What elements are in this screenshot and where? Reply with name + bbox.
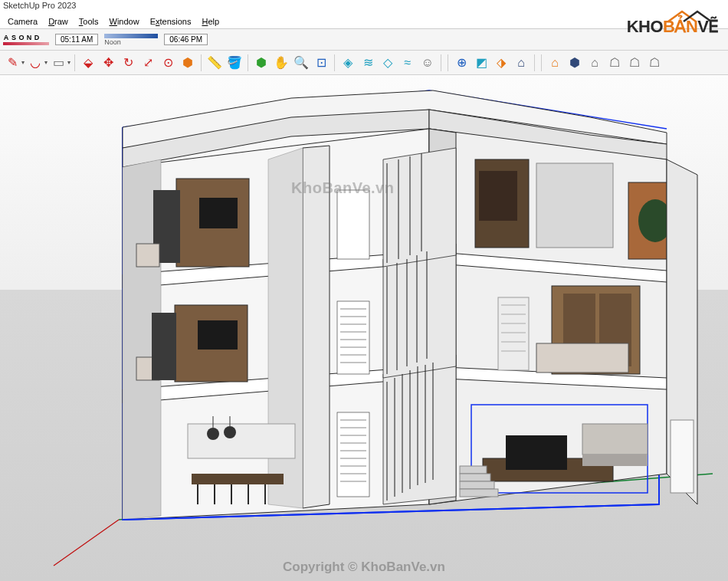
orbit-tool-icon[interactable]: ⬢ (252, 54, 271, 72)
nav-icon-4[interactable]: ⌂ (512, 54, 530, 72)
rect-tool-icon[interactable]: ▭ (49, 54, 67, 72)
svg-marker-11 (303, 146, 330, 508)
warehouse-icon-3[interactable]: ⌂ (585, 54, 604, 72)
svg-rect-18 (199, 198, 238, 228)
tag-icon-1[interactable]: ◈ (339, 54, 357, 72)
viewport-3d[interactable]: KhoBanVe.vn Copyright © KhoBanVe.vn (0, 75, 728, 581)
svg-line-0 (54, 520, 119, 566)
rotate-tool-icon[interactable]: ↻ (119, 54, 137, 72)
time-gradient[interactable]: Noon (104, 34, 158, 46)
menu-extensions[interactable]: Extensions (146, 15, 196, 28)
svg-rect-94 (460, 466, 487, 474)
svg-rect-93 (582, 455, 648, 466)
tag-icon-2[interactable]: ≋ (359, 54, 377, 72)
model-house (0, 75, 728, 581)
svg-rect-99 (671, 420, 694, 493)
menu-window[interactable]: Window (105, 15, 144, 28)
menu-camera[interactable]: Camera (3, 15, 42, 28)
nav-icon-2[interactable]: ◩ (472, 54, 490, 72)
title-bar: SketchUp Pro 2023 (0, 0, 728, 14)
svg-rect-95 (460, 474, 490, 481)
svg-rect-91 (506, 435, 567, 470)
svg-rect-97 (460, 489, 498, 497)
svg-marker-56 (383, 148, 456, 267)
person-icon[interactable]: ☺ (418, 54, 437, 72)
svg-rect-75 (479, 171, 517, 221)
svg-rect-81 (536, 343, 628, 373)
menu-draw[interactable]: Draw (44, 15, 73, 28)
svg-rect-36 (337, 190, 369, 259)
shadow-toolbar: ASOND 05:11 AM Noon 06:46 PM (0, 29, 728, 51)
arc-tool-icon[interactable]: ◡ (26, 54, 44, 72)
zoom-tool-icon[interactable]: 🔍 (292, 54, 310, 72)
svg-marker-54 (383, 355, 456, 504)
component-tool-icon[interactable]: ⬢ (179, 54, 197, 72)
move-tool-icon[interactable]: ✥ (99, 54, 117, 72)
paint-tool-icon[interactable]: 🪣 (225, 54, 244, 72)
logo: KHOBẢNVẼ (627, 17, 719, 37)
tag-icon-4[interactable]: ≈ (398, 54, 417, 72)
svg-rect-34 (337, 412, 369, 497)
warehouse-icon-5[interactable]: ☖ (625, 54, 644, 72)
tag-icon-3[interactable]: ◇ (379, 54, 397, 72)
svg-rect-92 (582, 424, 648, 455)
menu-help[interactable]: Help (197, 15, 224, 28)
svg-point-30 (207, 428, 219, 440)
svg-rect-20 (198, 320, 238, 350)
menu-bar: Camera Draw Tools Window Extensions Help (0, 14, 728, 29)
month-strip: ASOND (3, 34, 49, 45)
offset-tool-icon[interactable]: ⊙ (159, 54, 177, 72)
tape-tool-icon[interactable]: 📏 (205, 54, 224, 72)
svg-rect-35 (337, 301, 369, 374)
pencil-tool-icon[interactable]: ✎ (3, 54, 21, 72)
main-toolbar: ✎▾ ◡▾ ▭▾ ⬙ ✥ ↻ ⤢ ⊙ ⬢ 📏 🪣 ⬢ ✋ 🔍 ⊡ ◈ ≋ ◇ ≈… (0, 51, 728, 75)
warehouse-icon-4[interactable]: ☖ (605, 54, 624, 72)
svg-rect-22 (152, 313, 176, 380)
warehouse-icon-2[interactable]: ⬢ (566, 54, 584, 72)
pan-tool-icon[interactable]: ✋ (272, 54, 290, 72)
pushpull-tool-icon[interactable]: ⬙ (79, 54, 97, 72)
svg-rect-17 (136, 244, 159, 267)
svg-point-31 (224, 426, 236, 438)
svg-rect-82 (498, 297, 529, 370)
time-start[interactable]: 05:11 AM (55, 34, 98, 45)
menu-tools[interactable]: Tools (74, 15, 103, 28)
nav-icon-3[interactable]: ⬗ (492, 54, 510, 72)
scale-tool-icon[interactable]: ⤢ (139, 54, 157, 72)
svg-rect-74 (536, 163, 613, 248)
svg-rect-24 (192, 474, 284, 484)
time-end[interactable]: 06:46 PM (164, 34, 208, 45)
warehouse-icon-1[interactable]: ⌂ (546, 54, 564, 72)
svg-rect-23 (188, 424, 295, 458)
warehouse-icon-6[interactable]: ☖ (645, 54, 664, 72)
zoom-extents-icon[interactable]: ⊡ (312, 54, 330, 72)
watermark-bottom: Copyright © KhoBanVe.vn (0, 560, 728, 575)
watermark-top: KhoBanVe.vn (291, 179, 394, 197)
svg-rect-96 (460, 481, 494, 489)
nav-icon-1[interactable]: ⊕ (452, 54, 471, 72)
